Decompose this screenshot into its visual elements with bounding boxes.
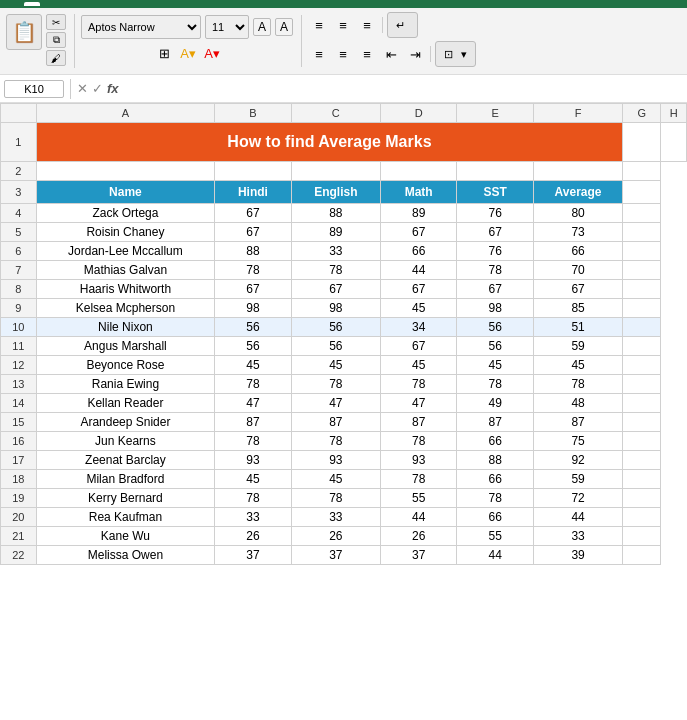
col-header-b[interactable]: B	[215, 104, 292, 123]
student-name[interactable]: Kellan Reader	[36, 394, 215, 413]
row-header-19[interactable]: 19	[1, 489, 37, 508]
student-name[interactable]: Zack Ortega	[36, 204, 215, 223]
menu-view[interactable]	[144, 2, 160, 6]
indent-decrease-button[interactable]: ⇤	[380, 43, 402, 65]
student-name[interactable]: Nile Nixon	[36, 318, 215, 337]
score-hindi[interactable]: 45	[215, 356, 292, 375]
score-hindi[interactable]: 93	[215, 451, 292, 470]
column-header-sst[interactable]: SST	[457, 181, 534, 204]
score-sst[interactable]: 98	[457, 299, 534, 318]
score-average[interactable]: 78	[533, 375, 622, 394]
row-header-6[interactable]: 6	[1, 242, 37, 261]
menu-developer[interactable]	[184, 2, 200, 6]
insert-function-icon[interactable]: fx	[107, 81, 119, 96]
score-average[interactable]: 66	[533, 242, 622, 261]
row-header-12[interactable]: 12	[1, 356, 37, 375]
row-header-13[interactable]: 13	[1, 375, 37, 394]
score-average[interactable]: 51	[533, 318, 622, 337]
score-english[interactable]: 56	[291, 318, 380, 337]
score-english[interactable]: 45	[291, 470, 380, 489]
menu-data[interactable]	[104, 2, 120, 6]
row-header-14[interactable]: 14	[1, 394, 37, 413]
col-header-a[interactable]: A	[36, 104, 215, 123]
student-name[interactable]: Rea Kaufman	[36, 508, 215, 527]
menu-file[interactable]	[4, 2, 20, 6]
score-sst[interactable]: 67	[457, 223, 534, 242]
score-sst[interactable]: 67	[457, 280, 534, 299]
score-sst[interactable]: 44	[457, 546, 534, 565]
student-name[interactable]: Jordan-Lee Mccallum	[36, 242, 215, 261]
row-header-2[interactable]: 2	[1, 162, 37, 181]
score-average[interactable]: 45	[533, 356, 622, 375]
indent-increase-button[interactable]: ⇥	[404, 43, 426, 65]
menu-page-layout[interactable]	[64, 2, 80, 6]
student-name[interactable]: Roisin Chaney	[36, 223, 215, 242]
score-english[interactable]: 33	[291, 242, 380, 261]
column-header-name[interactable]: Name	[36, 181, 215, 204]
font-decrease-button[interactable]: A	[275, 18, 293, 36]
score-sst[interactable]: 56	[457, 318, 534, 337]
score-sst[interactable]: 45	[457, 356, 534, 375]
score-math[interactable]: 44	[380, 261, 457, 280]
score-english[interactable]: 47	[291, 394, 380, 413]
score-hindi[interactable]: 87	[215, 413, 292, 432]
score-sst[interactable]: 78	[457, 375, 534, 394]
column-header-math[interactable]: Math	[380, 181, 457, 204]
score-english[interactable]: 33	[291, 508, 380, 527]
score-math[interactable]: 44	[380, 508, 457, 527]
score-math[interactable]: 34	[380, 318, 457, 337]
font-size-select[interactable]: 11	[205, 15, 249, 39]
align-center-button[interactable]: ≡	[332, 43, 354, 65]
row-header-10[interactable]: 10	[1, 318, 37, 337]
cell-reference-input[interactable]	[4, 80, 64, 98]
align-top-button[interactable]: ≡	[308, 14, 330, 36]
merge-dropdown-icon[interactable]: ▾	[461, 48, 467, 61]
score-sst[interactable]: 66	[457, 508, 534, 527]
menu-formulas[interactable]	[84, 2, 100, 6]
row-header-8[interactable]: 8	[1, 280, 37, 299]
row-header-20[interactable]: 20	[1, 508, 37, 527]
score-average[interactable]: 67	[533, 280, 622, 299]
align-bottom-button[interactable]: ≡	[356, 14, 378, 36]
score-average[interactable]: 48	[533, 394, 622, 413]
format-painter-button[interactable]: 🖌	[46, 50, 66, 66]
score-hindi[interactable]: 78	[215, 261, 292, 280]
student-name[interactable]: Jun Kearns	[36, 432, 215, 451]
score-hindi[interactable]: 56	[215, 337, 292, 356]
score-english[interactable]: 87	[291, 413, 380, 432]
score-sst[interactable]: 87	[457, 413, 534, 432]
student-name[interactable]: Zeenat Barclay	[36, 451, 215, 470]
score-hindi[interactable]: 56	[215, 318, 292, 337]
score-math[interactable]: 67	[380, 223, 457, 242]
score-average[interactable]: 39	[533, 546, 622, 565]
student-name[interactable]: Arandeep Snider	[36, 413, 215, 432]
score-math[interactable]: 78	[380, 375, 457, 394]
score-english[interactable]: 26	[291, 527, 380, 546]
score-english[interactable]: 78	[291, 489, 380, 508]
student-name[interactable]: Haaris Whitworth	[36, 280, 215, 299]
score-sst[interactable]: 88	[457, 451, 534, 470]
score-english[interactable]: 78	[291, 432, 380, 451]
col-header-h[interactable]: H	[661, 104, 687, 123]
score-math[interactable]: 67	[380, 337, 457, 356]
score-math[interactable]: 37	[380, 546, 457, 565]
menu-home[interactable]	[24, 2, 40, 6]
cancel-formula-icon[interactable]: ✕	[77, 81, 88, 96]
student-name[interactable]: Beyonce Rose	[36, 356, 215, 375]
align-right-button[interactable]: ≡	[356, 43, 378, 65]
bold-button[interactable]	[81, 42, 103, 64]
student-name[interactable]: Kerry Bernard	[36, 489, 215, 508]
score-hindi[interactable]: 78	[215, 375, 292, 394]
align-left-button[interactable]: ≡	[308, 43, 330, 65]
italic-button[interactable]	[105, 42, 127, 64]
score-hindi[interactable]: 67	[215, 280, 292, 299]
score-math[interactable]: 89	[380, 204, 457, 223]
score-hindi[interactable]: 47	[215, 394, 292, 413]
student-name[interactable]: Angus Marshall	[36, 337, 215, 356]
fill-color-button[interactable]: A▾	[177, 42, 199, 64]
score-average[interactable]: 33	[533, 527, 622, 546]
score-math[interactable]: 55	[380, 489, 457, 508]
underline-button[interactable]	[129, 42, 151, 64]
column-header-hindi[interactable]: Hindi	[215, 181, 292, 204]
merge-center-button[interactable]: ⊡ ▾	[435, 41, 476, 67]
